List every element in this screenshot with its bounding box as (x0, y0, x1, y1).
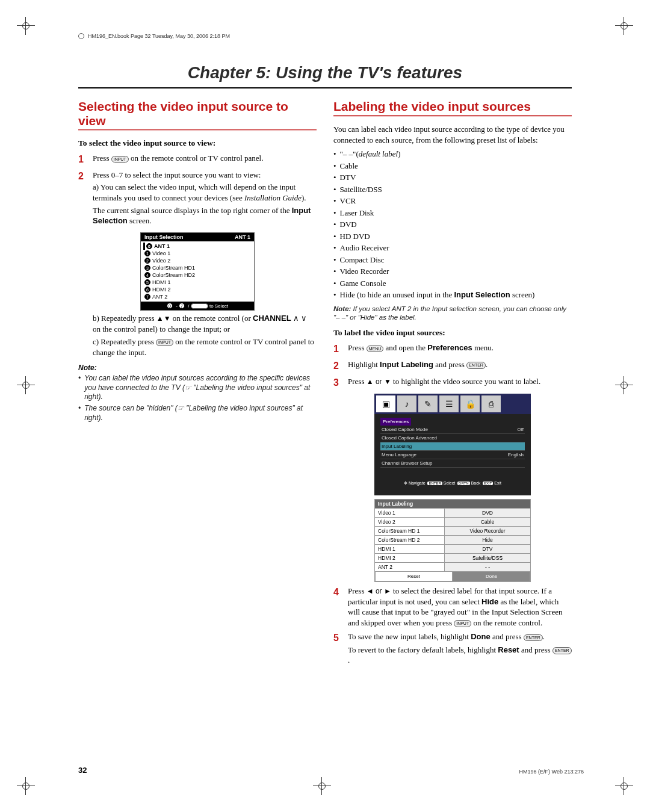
il-footer: Reset Done (375, 571, 530, 581)
reg-mark-ml (17, 376, 35, 394)
il-row: HDMI 1DTV (375, 544, 530, 553)
tab-lock-icon: 🔒 (460, 395, 480, 412)
is-item: 0ANT 1 (143, 243, 252, 250)
label-text: Audio Receiver (340, 242, 389, 254)
input-keycap: INPUT (111, 156, 129, 163)
text-bold: Done (471, 632, 491, 641)
text: and press (519, 645, 552, 654)
arrow-icon: ▲▼ (156, 314, 171, 323)
text: and press (433, 360, 466, 369)
enter-keycap: ENTER (524, 634, 543, 641)
il-left: ColorStream HD 2 (375, 536, 445, 544)
input-keycap: INPUT (454, 620, 471, 627)
right-step-2: 2 Highlight Input Labeling and press ENT… (333, 359, 572, 373)
pf-label: Channel Browser Setup (382, 460, 433, 466)
book-header-text: HM196_EN.book Page 32 Tuesday, May 30, 2… (88, 33, 230, 39)
prefs-row: Menu LanguageEnglish (380, 451, 525, 459)
il-row: Video 2Cable (375, 517, 530, 526)
chapter-title: Chapter 5: Using the TV's features (78, 63, 572, 82)
tab-audio-icon: ♪ (397, 395, 416, 412)
label-item: Video Recorder (333, 265, 572, 277)
pf-value: English (508, 452, 524, 457)
label-text: Satellite/DSS (340, 184, 382, 196)
is-item-label: HDMI 1 (152, 279, 171, 285)
menu-keycap: MENU (367, 346, 384, 352)
text-bold: Hide (481, 597, 498, 606)
pf-label: Closed Caption Advanced (382, 435, 437, 441)
reg-mark-tl (17, 17, 35, 35)
right-step-4: 4 Press ◄ or ► to select the desired lab… (333, 586, 572, 628)
text: screen. (128, 216, 152, 225)
tab-picture-icon: ▣ (376, 395, 395, 412)
pf-label: Menu Language (382, 452, 416, 457)
note-text: The source can be "hidden" (☞ "Labeling … (84, 404, 317, 423)
step-number: 3 (333, 376, 342, 389)
il-row: Video 1DVD (375, 508, 530, 517)
il-title: Input Labeling (375, 500, 530, 508)
input-keycap: INPUT (156, 339, 173, 346)
pf-label: Input Labeling (382, 444, 412, 449)
note-text: If you select ANT 2 in the Input selecti… (333, 305, 566, 321)
text: Hide (to hide an unused input in the (340, 290, 454, 299)
label-item: Laser Disk (333, 207, 572, 219)
label-item: VCR (333, 195, 572, 207)
right-note: Note: If you select ANT 2 in the Input s… (333, 305, 572, 323)
label-item: DVD (333, 218, 572, 231)
prefs-row: Closed Caption ModeOff (380, 426, 525, 434)
text: . (543, 632, 545, 641)
left-step-2: 2 Press 0–7 to select the input source y… (78, 170, 317, 226)
il-row: ColorStream HD 1Video Recorder (375, 526, 530, 535)
il-left: ANT 2 (375, 563, 445, 571)
section-rule-right (333, 115, 572, 117)
right-step-5: 5 To save the new input labels, highligh… (333, 631, 572, 666)
page-number: 32 (78, 766, 87, 775)
label-item: Compact Disc (333, 254, 572, 266)
text-bold: Input Labeling (380, 360, 433, 369)
binder-icon (78, 33, 84, 39)
is-item-label: ColorStream HD2 (152, 272, 195, 278)
label-text: VCR (340, 195, 356, 207)
il-row: ANT 2- - (375, 562, 530, 571)
is-item: 2Video 2 (143, 257, 252, 264)
prefs-footer: ✥ Navigate ENTER Select DRTN Back EXIT E… (380, 481, 525, 486)
text: Press (348, 343, 367, 352)
is-item-label: Video 2 (152, 258, 170, 264)
pf-label: Closed Caption Mode (382, 427, 428, 432)
section-title-right: Labeling the video input sources (333, 99, 572, 114)
is-title: Input Selection (144, 234, 184, 240)
reg-mark-br (615, 777, 633, 795)
text-italic: Installation Guide (244, 193, 302, 202)
il-left: ColorStream HD 1 (375, 527, 445, 535)
label-item: "– –"(default label) (333, 148, 572, 160)
il-right: DTV (445, 545, 530, 553)
input-selection-figure: Input Selection ANT 1 0ANT 1 1Video 1 2V… (140, 232, 255, 311)
text: on the remote control or TV control pane… (129, 153, 264, 163)
input-labeling-figure: Input Labeling Video 1DVD Video 2Cable C… (374, 499, 531, 582)
text-bold: Input Selection (454, 290, 510, 299)
section-title-left: Selecting the video input source to view (78, 99, 317, 128)
text: Press (348, 586, 367, 595)
pf-value: Off (517, 427, 524, 432)
right-subtitle: To label the video input sources: (333, 328, 572, 338)
is-item: 6HDMI 2 (143, 286, 252, 293)
is-item: 4ColorStream HD2 (143, 271, 252, 279)
text: ). (302, 193, 306, 202)
text: and open the (383, 343, 427, 352)
right-step-1: 1 Press MENU and open the Preferences me… (333, 342, 572, 356)
text: b) Repeatedly press (93, 314, 156, 323)
il-left: HDMI 2 (375, 554, 445, 562)
text-bold: CHANNEL (253, 314, 291, 323)
label-text: DVD (340, 218, 357, 231)
enter-keycap: ENTER (466, 362, 486, 368)
step-number: 2 (333, 359, 342, 373)
text: on the remote control (or (171, 314, 253, 323)
arrow-icon: ▲ or ▼ (367, 377, 391, 386)
text: c) Repeatedly press (93, 337, 156, 346)
note-item: You can label the video input sources ac… (78, 374, 317, 402)
note-item: The source can be "hidden" (☞ "Labeling … (78, 404, 317, 423)
is-item-label: HDMI 2 (152, 287, 171, 293)
left-column: Selecting the video input source to view… (78, 99, 317, 669)
label-text: DTV (340, 172, 356, 184)
il-right: DVD (445, 509, 530, 517)
step-number: 2 (78, 170, 87, 226)
